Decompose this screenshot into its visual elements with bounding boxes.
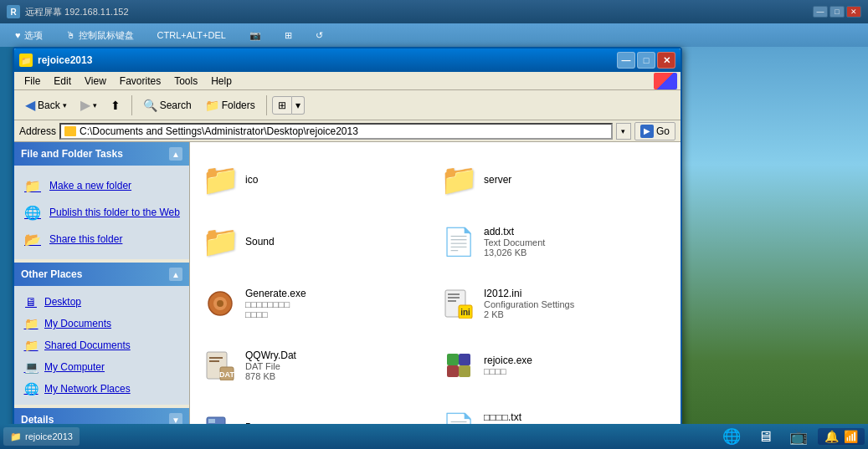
window-title: rejoice2013	[38, 54, 612, 66]
taskbar-unknown2[interactable]: 📺	[783, 427, 814, 446]
toolbar-separator-1	[131, 95, 132, 115]
file-item[interactable]: 📁 ico	[198, 151, 434, 209]
remote-minimize[interactable]: —	[813, 6, 828, 18]
file-icon-folder: 📁	[203, 163, 237, 196]
shared-documents-link[interactable]: 📁 Shared Documents	[21, 334, 182, 356]
remote-controls: — □ ✕	[813, 6, 861, 18]
file-meta: □□□□	[484, 366, 667, 376]
remote-close[interactable]: ✕	[846, 6, 861, 18]
ctrl-alt-del-btn[interactable]: CTRL+ALT+DEL	[152, 28, 231, 42]
publish-folder-link[interactable]: 🌐 Publish this folder to the Web	[21, 199, 182, 226]
file-icon-txt: 📄	[442, 225, 475, 258]
file-icon-exe	[442, 349, 475, 382]
file-meta: DAT File	[245, 361, 429, 371]
my-documents-link[interactable]: 📁 My Documents	[21, 313, 182, 334]
search-btn[interactable]: 🔍 Search	[137, 95, 198, 115]
file-info: Sound	[245, 236, 429, 247]
tray-icon-2[interactable]: 📶	[844, 430, 858, 443]
file-item[interactable]: rejoice.exe □□□□	[437, 336, 672, 395]
my-computer-icon: 💻	[23, 359, 39, 375]
svg-rect-10	[209, 357, 223, 359]
up-icon: ⬆	[110, 99, 121, 112]
grid-icon: ⊞	[285, 30, 292, 41]
window-controls: — □ ✕	[617, 52, 675, 69]
taskbar-unknown1[interactable]: 🖥	[751, 427, 779, 446]
taskbar-app-explorer[interactable]: 📁 rejoice2013	[3, 427, 80, 446]
forward-icon: ▶	[80, 97, 90, 113]
toolbar: ◀ Back ▾ ▶ ▾ ⬆ 🔍 Search 📁 Folders ⊞ ▾	[14, 90, 681, 120]
my-documents-icon: 📁	[23, 315, 39, 332]
mouse-icon: 🖱	[66, 30, 75, 40]
close-btn[interactable]: ✕	[657, 52, 675, 69]
refresh-btn[interactable]: ↺	[311, 28, 328, 43]
file-info: ico	[245, 174, 429, 186]
file-item[interactable]: ini I2012.ini Configuration Settings2 KB	[437, 274, 672, 333]
other-places-toggle[interactable]: ▲	[169, 268, 182, 281]
remote-bar: R 远程屏幕 192.168.11.152 — □ ✕	[0, 0, 868, 23]
menu-favorites[interactable]: Favorites	[113, 74, 167, 89]
other-places-title: Other Places	[21, 268, 169, 280]
mouse-control-btn[interactable]: 🖱 控制鼠标键盘	[61, 28, 139, 43]
file-name: QQWry.Dat	[245, 350, 429, 361]
camera-icon: 📷	[249, 30, 261, 41]
file-tasks-header[interactable]: File and Folder Tasks ▲	[14, 142, 189, 166]
taskbar-tray: 🔔 📶	[818, 428, 865, 445]
menu-help[interactable]: Help	[204, 74, 239, 89]
my-network-link[interactable]: 🌐 My Network Places	[21, 378, 182, 400]
publish-icon: 🌐	[23, 202, 43, 222]
svg-rect-11	[209, 360, 219, 362]
refresh-icon: ↺	[316, 30, 323, 41]
views-btn[interactable]: ⊞	[272, 96, 292, 115]
file-item[interactable]: 📄 add.txt Text Document13,026 KB	[437, 212, 672, 271]
svg-rect-4	[448, 293, 460, 295]
address-dropdown-btn[interactable]: ▾	[616, 123, 631, 140]
network-icon: 🌐	[23, 380, 39, 397]
folders-btn[interactable]: 📁 Folders	[199, 95, 261, 115]
menu-file[interactable]: File	[18, 74, 47, 89]
minimize-btn[interactable]: —	[617, 52, 635, 69]
menu-view[interactable]: View	[78, 74, 113, 89]
menu-tools[interactable]: Tools	[167, 74, 204, 89]
make-new-folder-link[interactable]: 📁 Make a new folder	[21, 172, 182, 199]
remote-maximize[interactable]: □	[829, 6, 845, 18]
file-tasks-toggle[interactable]: ▲	[169, 147, 182, 161]
remote-title: 远程屏幕 192.168.11.152	[25, 6, 808, 18]
file-name: rejoice.exe	[484, 355, 667, 366]
file-name: server	[484, 174, 667, 186]
back-btn[interactable]: ◀ Back ▾	[19, 94, 73, 116]
main-content: File and Folder Tasks ▲ 📁 Make a new fol…	[14, 142, 681, 442]
maximize-btn[interactable]: □	[637, 52, 655, 69]
other-places-section: Other Places ▲ 🖥 Desktop 📁 My Documents …	[14, 263, 189, 405]
address-input[interactable]: C:\Documents and Settings\Administrator\…	[59, 123, 613, 140]
other-places-header[interactable]: Other Places ▲	[14, 263, 189, 286]
go-btn[interactable]: ▶ Go	[634, 122, 675, 140]
options-btn[interactable]: ♥ 选项	[10, 28, 48, 43]
tray-icon-1[interactable]: 🔔	[824, 430, 839, 443]
share-folder-link[interactable]: 📂 Share this folder	[21, 226, 182, 253]
file-name: ico	[245, 174, 429, 186]
screenshot-btn[interactable]: 📷	[244, 28, 266, 43]
views-dropdown-btn[interactable]: ▾	[292, 96, 305, 115]
file-item[interactable]: DAT QQWry.Dat DAT File878 KB	[198, 336, 434, 395]
file-icon-folder: 📁	[442, 163, 475, 196]
desktop-link[interactable]: 🖥 Desktop	[21, 291, 182, 313]
file-tasks-section: File and Folder Tasks ▲ 📁 Make a new fol…	[14, 142, 189, 259]
back-icon: ◀	[25, 97, 35, 113]
menu-edit[interactable]: Edit	[47, 74, 78, 89]
forward-arrow-icon: ▾	[93, 101, 97, 110]
file-item[interactable]: 📁 server	[437, 151, 672, 209]
my-computer-link[interactable]: 💻 My Computer	[21, 356, 182, 378]
grid-btn[interactable]: ⊞	[280, 28, 297, 43]
file-item[interactable]: Generate.exe □□□□□□□□□□□□	[198, 274, 434, 333]
up-btn[interactable]: ⬆	[105, 95, 126, 115]
forward-btn[interactable]: ▶ ▾	[74, 94, 103, 116]
address-path: C:\Documents and Settings\Administrator\…	[80, 125, 358, 137]
taskbar-chrome[interactable]: 🌐	[716, 427, 747, 446]
top-controls-bar: ♥ 选项 🖱 控制鼠标键盘 CTRL+ALT+DEL 📷 ⊞ ↺	[0, 23, 868, 47]
svg-rect-5	[448, 297, 460, 298]
file-item[interactable]: 📁 Sound	[198, 212, 434, 271]
svg-text:ini: ini	[460, 308, 470, 317]
file-tasks-title: File and Folder Tasks	[21, 148, 169, 160]
svg-rect-14	[447, 354, 459, 365]
file-name: □□□□.txt	[484, 411, 667, 423]
